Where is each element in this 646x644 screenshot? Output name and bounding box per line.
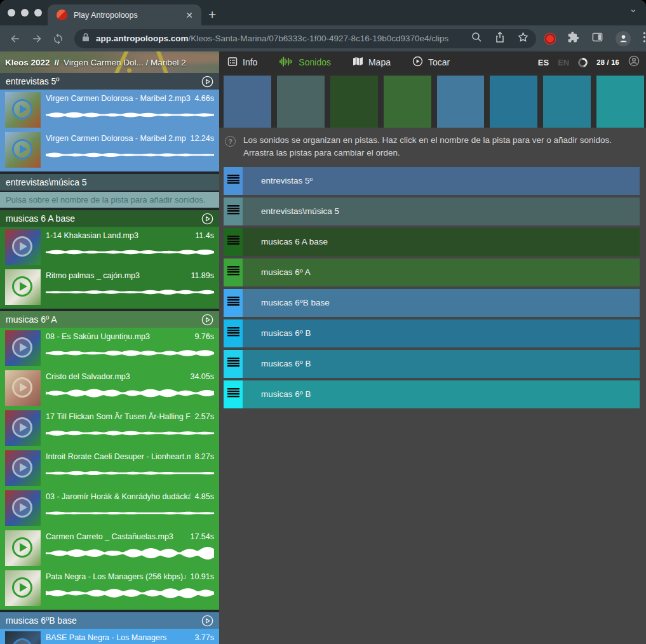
clip-item[interactable]: 1-14 Khakasian Land.mp311.4s bbox=[0, 227, 219, 267]
track-drag-handle[interactable] bbox=[224, 380, 243, 408]
clip-item[interactable]: 17 Till Flickan Som Är Tusen År-Halling … bbox=[0, 408, 219, 448]
clip-name[interactable]: Introit Rorate Caeli Desuper - Lionheart… bbox=[46, 452, 191, 461]
clip-name[interactable]: BASE Pata Negra - Los Managers bbox=[46, 633, 191, 642]
tab-search-chevron-icon[interactable]: ⌄ bbox=[629, 3, 637, 15]
back-button[interactable] bbox=[9, 32, 22, 45]
track-drag-handle[interactable] bbox=[224, 258, 243, 286]
section-play-button[interactable] bbox=[201, 76, 213, 88]
bookmark-star-icon[interactable] bbox=[518, 32, 528, 45]
extensions-puzzle-icon[interactable] bbox=[567, 31, 579, 46]
profile-avatar[interactable] bbox=[616, 31, 631, 46]
clip-play-button[interactable] bbox=[12, 417, 32, 438]
clip-play-button[interactable] bbox=[12, 337, 32, 358]
clip-name[interactable]: Carmen Carreto _ Castañuelas.mp3 bbox=[46, 532, 186, 541]
account-icon[interactable] bbox=[628, 55, 640, 69]
track-row[interactable]: musicas 6º B bbox=[224, 319, 640, 347]
track-drag-handle[interactable] bbox=[224, 167, 243, 195]
lang-en-button[interactable]: EN bbox=[558, 58, 569, 67]
track-row[interactable]: musicas 6 A base bbox=[224, 228, 640, 256]
window-controls[interactable] bbox=[8, 9, 42, 17]
clip-name[interactable]: Pata Negra - Los Managers (256 kbps).mp3 bbox=[46, 572, 186, 581]
track-row[interactable]: entrevistas 5º bbox=[224, 167, 640, 195]
clip-item[interactable]: BASE Pata Negra - Los Managers3.77s bbox=[0, 629, 219, 644]
track-name[interactable]: musicas 6 A base bbox=[243, 237, 328, 246]
breadcrumb-project[interactable]: Kleos 2022 bbox=[5, 58, 50, 67]
clip-item[interactable]: Ritmo palmas _ cajón.mp311.89s bbox=[0, 267, 219, 307]
clip-play-button[interactable] bbox=[12, 537, 32, 558]
track-name[interactable]: musicas 6ºB base bbox=[243, 298, 330, 307]
section-header[interactable]: entrevistas 5º bbox=[0, 73, 219, 90]
track-drag-handle[interactable] bbox=[224, 350, 243, 378]
clip-play-button[interactable] bbox=[12, 276, 32, 297]
clip-item[interactable]: Introit Rorate Caeli Desuper - Lionheart… bbox=[0, 448, 219, 488]
breadcrumb-path[interactable]: Virgen Carmen Dol... / Maribel 2 bbox=[64, 58, 186, 67]
app-tab-sonidos[interactable]: Sonidos bbox=[279, 57, 331, 69]
clip-play-button[interactable] bbox=[12, 497, 32, 518]
track-drag-handle[interactable] bbox=[224, 198, 243, 225]
clip-play-button[interactable] bbox=[12, 377, 32, 398]
clip-name[interactable]: Ritmo palmas _ cajón.mp3 bbox=[46, 271, 187, 280]
reload-button[interactable] bbox=[52, 32, 64, 44]
clip-item[interactable]: Virgen Carmen Dolorosa - Maribel 2.mp34.… bbox=[0, 90, 219, 130]
clip-name[interactable]: 03 - Jaromír Horák & Konrádyho dudácká .… bbox=[46, 492, 191, 501]
zoom-page-icon[interactable] bbox=[471, 32, 482, 45]
clip-item[interactable]: 08 - Es Sakūru Uguntiņu.mp39.76s bbox=[0, 328, 219, 368]
tab-close-icon[interactable]: ✕ bbox=[184, 10, 195, 20]
lang-es-button[interactable]: ES bbox=[538, 58, 549, 67]
minimize-window-button[interactable] bbox=[21, 9, 29, 17]
section-play-button[interactable] bbox=[201, 314, 213, 326]
app-tab-mapa[interactable]: Mapa bbox=[353, 57, 391, 68]
track-row[interactable]: musicas 6º B bbox=[224, 350, 640, 378]
clip-play-button[interactable] bbox=[12, 99, 32, 119]
new-tab-button[interactable]: + bbox=[208, 6, 216, 23]
share-icon[interactable] bbox=[495, 32, 505, 45]
clip-play-button[interactable] bbox=[12, 236, 32, 257]
track-name[interactable]: musicas 6º B bbox=[243, 359, 311, 368]
clip-name[interactable]: Virgen Carmen Dolorosa - Maribel 2.mp3 bbox=[46, 94, 191, 103]
track-name[interactable]: entrevistas\música 5 bbox=[243, 206, 339, 216]
track-row[interactable]: musicas 6º A bbox=[224, 258, 640, 286]
track-name[interactable]: musicas 6º B bbox=[243, 389, 311, 399]
clip-name[interactable]: 08 - Es Sakūru Uguntiņu.mp3 bbox=[46, 332, 191, 341]
clip-name[interactable]: Cristo del Salvador.mp3 bbox=[46, 372, 186, 381]
zoom-window-button[interactable] bbox=[34, 9, 42, 17]
track-drag-handle[interactable] bbox=[224, 289, 243, 317]
track-row[interactable]: musicas 6º B bbox=[224, 380, 640, 408]
clip-play-button[interactable] bbox=[12, 577, 32, 598]
address-bar[interactable]: app.antropoloops.com/Kleos-Santa-Marina/… bbox=[74, 29, 536, 48]
clip-item[interactable]: Carmen Carreto _ Castañuelas.mp317.54s bbox=[0, 528, 219, 568]
clip-item[interactable]: Cristo del Salvador.mp334.05s bbox=[0, 368, 219, 408]
track-name[interactable]: musicas 6º A bbox=[243, 267, 311, 277]
play-triangle-icon bbox=[20, 583, 27, 592]
app-tab-info[interactable]: Info bbox=[227, 57, 257, 69]
clip-name[interactable]: 17 Till Flickan Som Är Tusen År-Halling … bbox=[46, 412, 191, 421]
app-tab-tocar[interactable]: Tocar bbox=[412, 56, 450, 69]
clip-name[interactable]: Virgen Carmen Dolorosa - Maribel 2.mp3 bbox=[46, 134, 186, 143]
clip-item[interactable]: Virgen Carmen Dolorosa - Maribel 2.mp312… bbox=[0, 130, 219, 170]
close-window-button[interactable] bbox=[8, 9, 15, 17]
section-header[interactable]: musicas 6 A base bbox=[0, 210, 219, 227]
clip-item[interactable]: Pata Negra - Los Managers (256 kbps).mp3… bbox=[0, 568, 219, 608]
section-play-button[interactable] bbox=[201, 213, 213, 225]
side-panel-icon[interactable] bbox=[591, 31, 603, 46]
clip-name[interactable]: 1-14 Khakasian Land.mp3 bbox=[46, 231, 191, 240]
browser-tab[interactable]: Play Antropoloops ✕ bbox=[48, 4, 201, 25]
clip-play-button[interactable] bbox=[12, 139, 32, 159]
forward-button[interactable] bbox=[30, 32, 43, 45]
clip-play-button[interactable] bbox=[12, 638, 32, 644]
clip-item[interactable]: 03 - Jaromír Horák & Konrádyho dudácká .… bbox=[0, 488, 219, 528]
section-header[interactable]: musicas 6º A bbox=[0, 311, 219, 328]
record-indicator-icon[interactable] bbox=[545, 34, 555, 44]
track-row[interactable]: musicas 6ºB base bbox=[224, 289, 640, 317]
track-row[interactable]: entrevistas\música 5 bbox=[224, 198, 640, 225]
section-header[interactable]: entrevistas\música 5 bbox=[0, 174, 219, 191]
clip-thumbnail bbox=[5, 410, 41, 446]
section-play-button[interactable] bbox=[201, 615, 213, 627]
clip-play-button[interactable] bbox=[12, 457, 32, 478]
browser-menu-icon[interactable] bbox=[643, 32, 646, 45]
track-drag-handle[interactable] bbox=[224, 319, 243, 347]
track-drag-handle[interactable] bbox=[224, 228, 243, 256]
section-header[interactable]: musicas 6ºB base bbox=[0, 612, 219, 629]
track-name[interactable]: musicas 6º B bbox=[243, 328, 311, 338]
track-name[interactable]: entrevistas 5º bbox=[243, 176, 313, 185]
